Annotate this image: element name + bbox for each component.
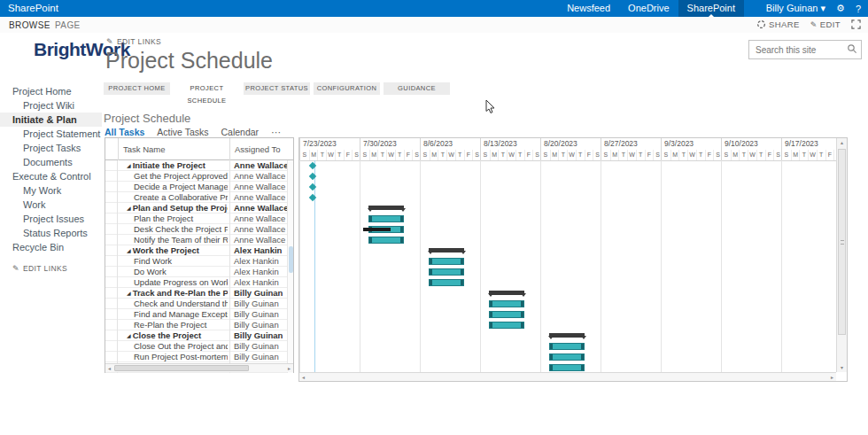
gantt-task-bar[interactable]	[368, 237, 405, 244]
table-row[interactable]: ◢Work the ProjectAlex Hankin	[105, 245, 287, 256]
assigned-to-cell[interactable]: Anne Wallace	[229, 192, 287, 203]
table-vertical-scrollbar[interactable]	[287, 160, 293, 373]
gantt-task-bar[interactable]	[549, 343, 585, 350]
collapse-icon[interactable]: ◢	[127, 291, 131, 296]
selector-column-header[interactable]	[105, 138, 118, 160]
row-selector-cell[interactable]	[105, 214, 118, 224]
view-active-tasks[interactable]: Active Tasks	[157, 127, 208, 137]
row-selector-cell[interactable]	[105, 288, 118, 299]
row-selector-cell[interactable]	[105, 330, 118, 341]
sidebar-item-project-wiki[interactable]: Project Wiki	[0, 98, 102, 113]
search-icon[interactable]	[847, 43, 857, 54]
sidebar-item-recycle-bin[interactable]: Recycle Bin	[0, 240, 102, 254]
edit-button[interactable]: ✎ EDIT	[810, 19, 841, 29]
table-row[interactable]: Run Project Post-mortem and TrackBilly G…	[105, 352, 287, 362]
scroll-down-arrow[interactable]: ▾	[837, 363, 847, 372]
assigned-to-cell[interactable]: Anne Wallace	[229, 160, 287, 171]
table-row[interactable]: Check and Understand the Project'sBilly …	[105, 299, 287, 309]
tab-guidance[interactable]: GUIDANCE	[384, 82, 450, 95]
ribbon-tab-browse[interactable]: BROWSE	[9, 20, 50, 30]
task-name-cell[interactable]: ◢Initiate the Project	[118, 160, 228, 171]
gantt-summary-bar[interactable]	[489, 291, 525, 295]
collapse-icon[interactable]: ◢	[127, 333, 131, 338]
row-selector-cell[interactable]	[105, 224, 118, 235]
help-icon[interactable]: ?	[856, 4, 861, 14]
task-name-cell[interactable]: Desk Check the Project Plan	[118, 224, 228, 235]
table-horizontal-scrollbar[interactable]: ◂ ▸	[105, 363, 293, 372]
task-name-cell[interactable]: ◢Work the Project	[118, 245, 228, 256]
row-selector-cell[interactable]	[105, 235, 118, 245]
scroll-right-arrow[interactable]: ▸	[285, 365, 293, 372]
collapse-icon[interactable]: ◢	[127, 248, 131, 253]
row-selector-cell[interactable]	[105, 299, 118, 309]
gantt-horizontal-scrollbar[interactable]: ◂ ▸	[299, 372, 836, 381]
table-row[interactable]: Close Out the Project and the ProjecBill…	[105, 341, 287, 352]
tab-configuration[interactable]: CONFIGURATION	[314, 82, 380, 95]
scroll-left-arrow[interactable]: ◂	[299, 374, 307, 381]
ribbon-tab-page[interactable]: PAGE	[55, 20, 81, 30]
gantt-task-bar[interactable]	[489, 300, 525, 307]
row-selector-cell[interactable]	[105, 309, 118, 320]
task-name-cell[interactable]: Create a Collaborative Project Site	[118, 192, 228, 203]
assigned-to-cell[interactable]: Alex Hankin	[229, 256, 287, 267]
row-selector-cell[interactable]	[105, 192, 118, 203]
assigned-to-cell[interactable]: Billy Guinan	[229, 320, 287, 330]
sidebar-item-my-work[interactable]: My Work	[0, 183, 102, 198]
task-name-cell[interactable]: Decide a Project Management Proce	[118, 182, 228, 192]
gantt-task-bar[interactable]	[489, 311, 525, 318]
assigned-to-cell[interactable]: Alex Hankin	[229, 245, 287, 256]
assigned-to-cell[interactable]: Billy Guinan	[229, 330, 287, 341]
assigned-to-cell[interactable]: Alex Hankin	[229, 277, 287, 288]
task-name-cell[interactable]: Check and Understand the Project's	[118, 299, 228, 309]
column-header-task-name[interactable]: Task Name	[118, 138, 229, 160]
scrollbar-thumb[interactable]	[838, 149, 846, 335]
user-menu[interactable]: Billy Guinan ▾	[766, 3, 825, 14]
row-selector-cell[interactable]	[105, 341, 118, 352]
row-selector-cell[interactable]	[105, 320, 118, 330]
table-row[interactable]: ◢Initiate the ProjectAnne Wallace	[105, 160, 287, 171]
table-row[interactable]: ◢Close the ProjectBilly Guinan	[105, 330, 287, 341]
gantt-task-bar[interactable]	[549, 364, 585, 371]
column-header-assigned-to[interactable]: Assigned To	[229, 138, 287, 160]
gantt-task-bar[interactable]	[368, 215, 405, 222]
assigned-to-cell[interactable]: Anne Wallace	[229, 171, 287, 182]
assigned-to-cell[interactable]: Billy Guinan	[229, 309, 287, 320]
task-name-cell[interactable]: Update Progress on Work (recording	[118, 277, 228, 288]
row-selector-cell[interactable]	[105, 267, 118, 277]
view--[interactable]: ⋯	[271, 127, 281, 137]
assigned-to-cell[interactable]: Anne Wallace	[229, 182, 287, 192]
table-row[interactable]: Get the Project Approved, SponsoreAnne W…	[105, 171, 287, 182]
table-row[interactable]: Find WorkAlex Hankin	[105, 256, 287, 267]
task-name-cell[interactable]: Close Out the Project and the Projec	[118, 341, 228, 352]
task-name-cell[interactable]: Get the Project Approved, Sponsore	[118, 171, 228, 182]
assigned-to-cell[interactable]: Billy Guinan	[229, 352, 287, 362]
table-row[interactable]: Update Progress on Work (recordingAlex H…	[105, 277, 287, 288]
row-selector-cell[interactable]	[105, 245, 118, 256]
gantt-summary-bar[interactable]	[429, 248, 465, 252]
gantt-summary-bar[interactable]	[549, 333, 585, 338]
scroll-right-arrow[interactable]: ▸	[828, 374, 836, 381]
row-selector-cell[interactable]	[105, 256, 118, 267]
row-selector-cell[interactable]	[105, 171, 118, 182]
gantt-task-bar[interactable]	[429, 258, 465, 265]
assigned-to-cell[interactable]: Anne Wallace	[229, 203, 287, 214]
share-button[interactable]: SHARE	[756, 19, 800, 29]
table-row[interactable]: Re-Plan the ProjectBilly Guinan	[105, 320, 287, 330]
gear-icon[interactable]: ⚙	[836, 3, 845, 14]
task-name-cell[interactable]: Find and Manage Exceptions (e.g. is	[118, 309, 228, 320]
row-selector-cell[interactable]	[105, 352, 118, 362]
assigned-to-cell[interactable]: Billy Guinan	[229, 341, 287, 352]
task-name-cell[interactable]: Notify the Team of their Responsibil	[118, 235, 228, 245]
suite-link-sharepoint[interactable]: SharePoint	[678, 0, 744, 17]
assigned-to-cell[interactable]: Anne Wallace	[229, 224, 287, 235]
sidebar-item-status-reports[interactable]: Status Reports	[0, 226, 102, 240]
table-row[interactable]: Do WorkAlex Hankin	[105, 267, 287, 277]
scroll-left-arrow[interactable]: ◂	[105, 365, 113, 372]
scrollbar-thumb[interactable]	[114, 365, 249, 371]
row-selector-cell[interactable]	[105, 160, 118, 171]
sidebar-item-project-issues[interactable]: Project Issues	[0, 212, 102, 226]
task-name-cell[interactable]: ◢Close the Project	[118, 330, 228, 341]
task-name-cell[interactable]: ◢Track and Re-Plan the Project	[118, 288, 228, 299]
task-name-cell[interactable]: Run Project Post-mortem and Track	[118, 352, 228, 362]
task-name-cell[interactable]: ◢Plan and Setup the Project	[118, 203, 228, 214]
